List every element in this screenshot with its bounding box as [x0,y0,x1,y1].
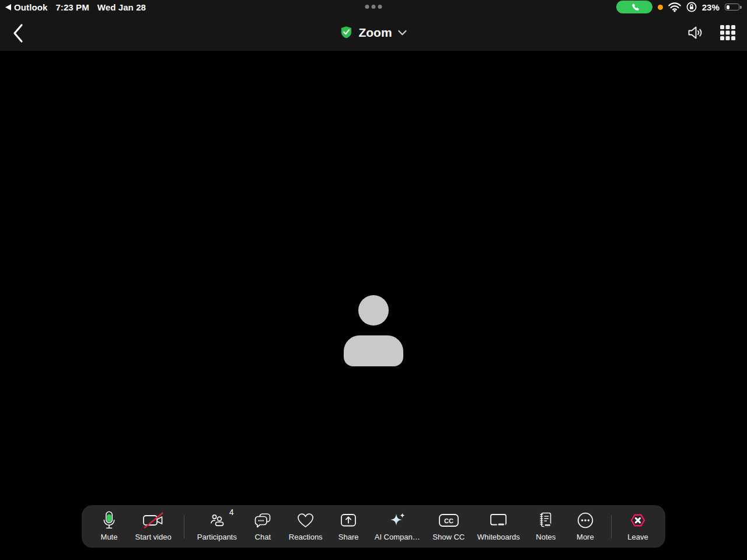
toolbar-label: Participants [197,533,237,541]
leave-hexagon-icon [629,512,647,529]
status-date: Wed Jan 28 [97,2,146,12]
toolbar-label: Chat [255,533,271,541]
multitask-handle-icon[interactable] [365,5,382,9]
leave-button[interactable]: Leave [624,512,651,541]
more-button[interactable]: More [572,512,599,541]
participants-button[interactable]: 4 Participants [197,512,237,541]
share-button[interactable]: Share [335,512,362,541]
avatar-head [358,295,389,326]
toolbar-label: Start video [135,533,172,541]
heart-icon [296,512,315,529]
back-app-label: Outlook [14,2,47,12]
video-stage: Niyah [0,51,747,560]
chat-bubbles-icon [254,512,271,529]
ai-sparkle-icon [389,512,406,529]
start-video-button[interactable]: Start video [135,512,172,541]
ai-companion-button[interactable]: AI Compan… [375,512,420,541]
microphone-in-use-dot [658,5,663,10]
gallery-view-button[interactable] [720,25,735,40]
meeting-title: Zoom [358,26,392,40]
battery-icon [725,4,739,10]
meeting-toolbar: Mute Start video 4 Participants [82,505,665,548]
toolbar-label: Show CC [432,533,465,541]
whiteboards-button[interactable]: Whiteboards [477,512,520,541]
notes-icon [537,512,554,529]
more-ellipsis-icon [577,512,594,529]
video-camera-off-icon [142,512,165,529]
toolbar-label: Notes [536,533,556,541]
speaker-icon [687,25,704,40]
security-shield-icon [340,26,352,40]
toolbar-label: AI Compan… [375,533,420,541]
show-cc-button[interactable]: CC Show CC [432,512,465,541]
toolbar-label: Share [338,533,359,541]
mute-button[interactable]: Mute [96,512,123,541]
notes-button[interactable]: Notes [532,512,559,541]
speaker-audio-button[interactable] [687,25,704,40]
share-screen-icon [340,512,357,529]
microphone-icon [101,512,117,529]
toolbar-label: Mute [101,533,118,541]
meeting-nav-bar: Zoom [0,14,747,51]
battery-percent: 23% [702,2,720,12]
back-chevron-icon[interactable] [11,22,26,45]
participant-avatar [344,295,403,366]
participants-count-badge: 4 [229,508,234,517]
participants-icon [210,512,225,529]
cc-icon-text: CC [444,517,453,524]
meeting-info-dropdown[interactable]: Zoom [340,14,407,51]
toolbar-label: Leave [627,533,648,541]
wifi-icon [668,2,681,12]
back-to-app-button[interactable]: Outlook [5,2,47,12]
toolbar-separator [184,515,184,538]
toolbar-label: More [577,533,594,541]
status-time: 7:23 PM [55,2,89,12]
toolbar-label: Whiteboards [477,533,520,541]
closed-captions-icon: CC [438,512,459,529]
back-triangle-icon [5,4,11,10]
active-call-phone-icon[interactable] [616,1,652,13]
whiteboard-icon [489,512,508,529]
chevron-down-icon [398,30,407,36]
top-chrome: Outlook 7:23 PM Wed Jan 28 [0,0,747,51]
avatar-body [344,335,403,366]
apps-grid-icon [720,25,735,40]
toolbar-separator [611,515,612,538]
toolbar-label: Reactions [289,533,323,541]
chat-button[interactable]: Chat [249,512,276,541]
reactions-button[interactable]: Reactions [289,512,323,541]
rotation-lock-icon [686,2,697,12]
